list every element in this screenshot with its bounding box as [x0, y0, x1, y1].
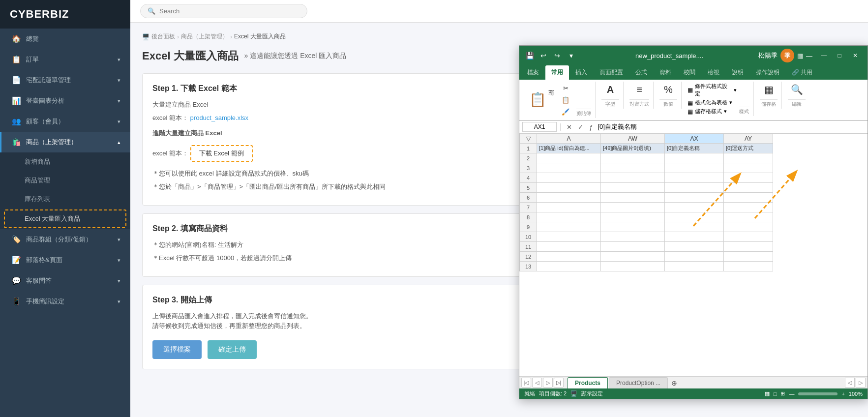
sheet-tab-products[interactable]: Products	[568, 377, 608, 388]
excel-restore-button[interactable]: □	[832, 51, 847, 60]
sidebar-item-delivery[interactable]: 📄 宅配託運單管理 ▾	[0, 70, 130, 90]
format-table-btn[interactable]: ▦ 格式化為表格 ▾	[688, 99, 737, 106]
excel-grid-wrapper[interactable]: ▽ A AW AX AY 1 [1]商品 id(留白為建... [49]商品圖片…	[519, 134, 868, 376]
cell-ax2[interactable]	[665, 153, 724, 163]
sidebar-item-orders[interactable]: 📋 訂單 ▾	[0, 49, 130, 70]
tab-share[interactable]: 🔗 共用	[786, 65, 818, 80]
cell-ay13[interactable]	[724, 262, 773, 271]
step1-link[interactable]: product_sample.xlsx	[190, 114, 249, 121]
col-header-aw[interactable]: AW	[601, 134, 665, 144]
cell-aw9[interactable]	[601, 222, 665, 232]
tab-page-layout[interactable]: 頁面配置	[594, 65, 629, 80]
sidebar-item-blog[interactable]: 📝 部落格&頁面 ▾	[0, 250, 130, 270]
col-header-a[interactable]: A	[537, 134, 601, 144]
cell-aw7[interactable]	[601, 203, 665, 212]
paste-button[interactable]: 📋 貼上	[527, 91, 557, 109]
sidebar-item-excel-import[interactable]: Excel 大量匯入商品	[4, 209, 126, 228]
formula-confirm-icon[interactable]: ✓	[576, 122, 585, 132]
cell-ax9[interactable]	[665, 222, 724, 232]
cell-aw4[interactable]	[601, 173, 665, 183]
cell-a5[interactable]	[537, 183, 601, 193]
tab-help[interactable]: 說明	[726, 65, 749, 80]
conditional-format-btn[interactable]: ▦ 條件式格式設定 ▾	[688, 83, 737, 97]
cell-ay11[interactable]	[724, 242, 773, 252]
excel-redo-icon[interactable]: ↪	[552, 50, 563, 61]
cell-ay7[interactable]	[724, 203, 773, 212]
copy-button[interactable]: 📋	[559, 94, 572, 105]
cell-ax8[interactable]	[665, 212, 724, 222]
cell-ax3[interactable]	[665, 163, 724, 173]
cell-a12[interactable]	[537, 252, 601, 262]
sidebar-item-products[interactable]: 🛍️ 商品（上架管理） ▴	[0, 132, 130, 152]
formula-input[interactable]	[597, 122, 865, 132]
sidebar-item-support[interactable]: 💬 客服問答 ▾	[0, 270, 130, 291]
cell-ay12[interactable]	[724, 252, 773, 262]
cell-styles-btn[interactable]: ▦ 儲存格樣式 ▾	[688, 108, 737, 115]
cell-a13[interactable]	[537, 262, 601, 271]
cell-a6[interactable]	[537, 193, 601, 203]
cell-ax6[interactable]	[665, 193, 724, 203]
cell-ax1[interactable]: [0]自定義名稱	[665, 144, 724, 153]
excel-undo-icon[interactable]: ↩	[538, 50, 549, 61]
view-normal-icon[interactable]: ▦	[765, 390, 770, 397]
cell-ax4[interactable]	[665, 173, 724, 183]
cell-aw6[interactable]	[601, 193, 665, 203]
col-header-ax[interactable]: AX	[665, 134, 724, 144]
formula-cancel-icon[interactable]: ✕	[565, 122, 574, 132]
cell-aw2[interactable]	[601, 153, 665, 163]
tab-formulas[interactable]: 公式	[629, 65, 653, 80]
cell-aw13[interactable]	[601, 262, 665, 271]
cell-aw10[interactable]	[601, 232, 665, 242]
excel-dropdown-icon[interactable]: ▾	[566, 50, 576, 61]
col-header-ay[interactable]: AY	[724, 134, 773, 144]
cell-aw5[interactable]	[601, 183, 665, 193]
tab-view[interactable]: 檢視	[702, 65, 725, 80]
cell-ax12[interactable]	[665, 252, 724, 262]
sidebar-item-product-groups[interactable]: 🏷️ 商品群組（分類/促銷） ▾	[0, 229, 130, 250]
breadcrumb-products[interactable]: 商品（上架管理）	[181, 32, 228, 41]
cells-button[interactable]: ▦	[760, 83, 778, 96]
sidebar-item-overview[interactable]: 🏠 總覽	[0, 29, 130, 49]
cut-button[interactable]: ✂	[559, 83, 572, 93]
sidebar-item-new-product[interactable]: 新增商品	[0, 152, 130, 171]
upload-button[interactable]: 確定上傳	[208, 340, 257, 359]
excel-save-icon[interactable]: 💾	[524, 50, 535, 61]
cell-ay1[interactable]: [0]運送方式	[724, 144, 773, 153]
cell-aw1[interactable]: [49]商品圖片9(選填)	[601, 144, 665, 153]
cell-ax10[interactable]	[665, 232, 724, 242]
tab-home[interactable]: 常用	[545, 65, 569, 80]
choose-file-button[interactable]: 選擇檔案	[152, 340, 202, 359]
sheet-scroll-left[interactable]: ◁	[845, 378, 855, 387]
cell-ax11[interactable]	[665, 242, 724, 252]
cell-aw8[interactable]	[601, 212, 665, 222]
status-display-settings[interactable]: 顯示設定	[581, 390, 603, 397]
cell-a3[interactable]	[537, 163, 601, 173]
number-button[interactable]: %	[659, 83, 677, 96]
zoom-out-icon[interactable]: —	[789, 391, 794, 397]
tab-insert[interactable]: 插入	[569, 65, 593, 80]
cell-aw12[interactable]	[601, 252, 665, 262]
cell-ay5[interactable]	[724, 183, 773, 193]
sheet-tab-product-option[interactable]: ProductOption ...	[609, 377, 668, 388]
sidebar-item-inventory[interactable]: 庫存列表	[0, 190, 130, 208]
cell-aw3[interactable]	[601, 163, 665, 173]
cell-ay8[interactable]	[724, 212, 773, 222]
sheet-add-button[interactable]: ⊕	[669, 378, 680, 388]
zoom-slider[interactable]	[798, 392, 838, 395]
cell-ax5[interactable]	[665, 183, 724, 193]
tab-search-help[interactable]: 操作說明	[750, 65, 785, 80]
font-button[interactable]: A	[601, 83, 619, 96]
cell-ay9[interactable]	[724, 222, 773, 232]
excel-minimize-button[interactable]: —	[816, 51, 831, 60]
sheet-nav-first[interactable]: |◁	[521, 378, 531, 387]
sidebar-item-product-manage[interactable]: 商品管理	[0, 171, 130, 190]
breadcrumb-home[interactable]: 後台面板	[151, 32, 175, 41]
sheet-nav-prev[interactable]: ◁	[532, 378, 542, 387]
cell-ay6[interactable]	[724, 193, 773, 203]
sidebar-item-mobile[interactable]: 📱 手機簡訊設定 ▾	[0, 291, 130, 312]
tab-data[interactable]: 資料	[654, 65, 677, 80]
sidebar-item-analytics[interactable]: 📊 登臺圖表分析 ▾	[0, 90, 130, 111]
tab-review[interactable]: 校閱	[678, 65, 701, 80]
cell-ay4[interactable]	[724, 173, 773, 183]
cell-a8[interactable]	[537, 212, 601, 222]
